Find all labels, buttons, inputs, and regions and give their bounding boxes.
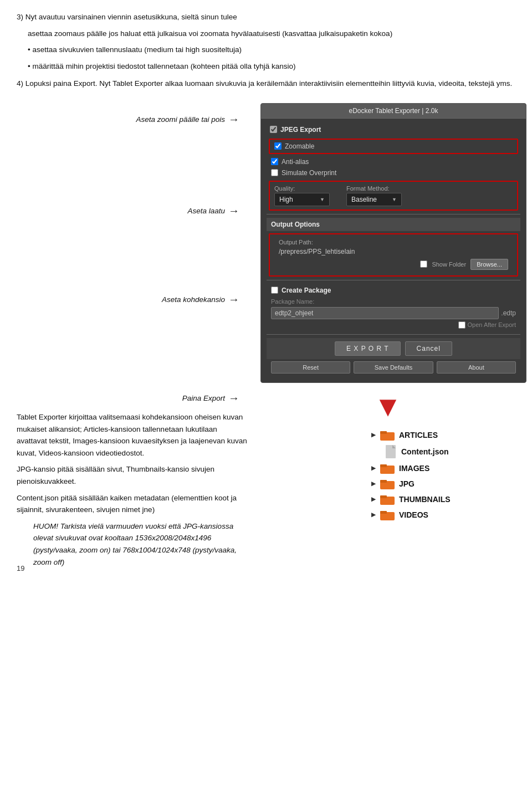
open-after-checkbox[interactable] [458, 321, 466, 329]
intro-text: 3) Nyt avautuu varsinainen viennin asetu… [17, 11, 515, 90]
down-arrow-icon: ▼ [374, 392, 402, 421]
export-button[interactable]: E X P O R T [335, 341, 401, 356]
export-cancel-row: E X P O R T Cancel [267, 338, 520, 359]
format-label: Format Method: [346, 185, 402, 192]
folder-icon-jpg [380, 478, 395, 489]
jpeg-export-header[interactable]: JPEG Export [267, 123, 520, 136]
action-button-row: Reset Save Defaults About [267, 359, 520, 378]
intro-line1: 3) Nyt avautuu varsinainen viennin asetu… [17, 11, 515, 23]
jpeg-export-label: JPEG Export [280, 126, 321, 134]
tree-arrow-thumbnails: ▶ [371, 496, 376, 502]
simulate-row[interactable]: Simulate Overprint [267, 167, 520, 178]
folder-icon-articles [380, 429, 395, 441]
tree-label-jpg: JPG [399, 479, 415, 488]
output-path-value: /prepress/PPS_lehtiselain [274, 247, 513, 258]
divider2 [267, 280, 520, 280]
pkg-ext: .edtp [501, 309, 516, 317]
tree-item-videos: ▶ VIDEOS [371, 507, 515, 523]
simulate-checkbox[interactable] [271, 169, 278, 176]
zoom-annotation-label: Aseta zoomi päälle tai pois [136, 115, 225, 124]
show-folder-label: Show Folder [432, 261, 466, 268]
save-defaults-button[interactable]: Save Defaults [354, 361, 433, 374]
open-after-label: Open After Export [468, 321, 516, 328]
quality-label: Quality: [274, 185, 330, 192]
create-package-header[interactable]: Create Package [267, 284, 520, 297]
pkg-name-label: Package Name: [267, 297, 520, 306]
svg-rect-5 [380, 464, 387, 467]
antialias-checkbox[interactable] [271, 158, 278, 165]
intro-line2: 4) Lopuksi paina Export. Nyt Tablet Expo… [17, 78, 515, 90]
format-dropdown-arrow: ▼ [392, 197, 397, 202]
folder-annotation-label: Aseta kohdekansio [162, 295, 225, 304]
tree-arrow-articles: ▶ [371, 432, 376, 438]
jpeg-export-checkbox[interactable] [270, 126, 277, 133]
quality-value: High [279, 196, 293, 203]
quality-annotation-label: Aseta laatu [187, 207, 225, 215]
svg-rect-9 [380, 495, 387, 498]
tree-label-articles: ARTICLES [399, 431, 438, 439]
zoom-annotation-block: Aseta zoomi päälle tai pois → [17, 103, 249, 136]
folder-annotation-block: Aseta kohdekansio → [17, 286, 249, 314]
about-button[interactable]: About [437, 361, 516, 374]
quality-dropdown-arrow: ▼ [320, 197, 325, 202]
page-container: 3) Nyt avautuu varsinainen viennin asetu… [0, 0, 532, 584]
cancel-button[interactable]: Cancel [405, 341, 452, 356]
bottom-main-text: Tablet Exporter kirjoittaa valitsemaasi … [17, 411, 249, 459]
export-annotation-block: Paina Export → [17, 392, 249, 405]
folder-icon-images [380, 463, 395, 474]
svg-rect-1 [380, 431, 387, 434]
browse-button[interactable]: Browse... [470, 259, 508, 270]
format-group: Format Method: Baseline ▼ [346, 185, 402, 206]
main-two-col: Aseta zoomi päälle tai pois → Aseta laat… [17, 103, 515, 383]
antialias-label: Anti-alias [282, 158, 309, 166]
reset-button[interactable]: Reset [271, 361, 350, 374]
bottom-text-block: Tablet Exporter kirjoittaa valitsemaasi … [17, 411, 249, 568]
format-dropdown[interactable]: Baseline ▼ [346, 193, 402, 206]
divider1 [267, 214, 520, 214]
zoomable-checkbox[interactable] [274, 142, 282, 150]
dialog-body: JPEG Export Zoomable Anti-alias [261, 119, 526, 382]
tree-item-articles: ▶ ARTICLES [371, 427, 515, 443]
tree-item-images: ▶ IMAGES [371, 461, 515, 476]
format-value: Baseline [351, 196, 377, 203]
output-options-header: Output Options [267, 218, 520, 231]
quality-group: Quality: High ▼ [274, 185, 330, 206]
pkg-name-input[interactable] [271, 307, 499, 319]
tree-arrow-images: ▶ [371, 465, 376, 471]
create-package-label: Create Package [282, 287, 331, 294]
dialog-window: eDocker Tablet Exporter | 2.0k JPEG Expo… [260, 103, 526, 383]
export-annotation-label: Paina Export [182, 394, 225, 402]
bottom-content-text: Content.json pitää sisällään kaiken meta… [17, 492, 249, 516]
tree-item-contentjson: ▶ Content.json [371, 443, 515, 461]
create-package-checkbox[interactable] [271, 287, 278, 294]
page-number: 19 [17, 564, 24, 572]
bullet3: • määrittää mihin projektisi tiedostot t… [17, 60, 515, 73]
simulate-label: Simulate Overprint [282, 169, 336, 177]
antialias-row[interactable]: Anti-alias [267, 156, 520, 167]
tree-arrow-jpg: ▶ [371, 480, 376, 487]
spacer1 [17, 136, 249, 197]
bottom-jpg-text: JPG-kansio pitää sisällään sivut, Thumbn… [17, 463, 249, 487]
tree-arrow-videos: ▶ [371, 512, 376, 518]
quality-dropdown[interactable]: High ▼ [274, 193, 330, 206]
svg-rect-11 [380, 511, 387, 514]
bullet2: • asettaa sivukuvien tallennuslaatu (med… [17, 44, 515, 56]
quality-annotation-block: Aseta laatu → [17, 197, 249, 225]
zoom-arrow: → [228, 113, 239, 126]
dialog-titlebar: eDocker Tablet Exporter | 2.0k [261, 104, 526, 119]
svg-rect-7 [380, 480, 387, 483]
pkg-name-row: .edtp [267, 306, 520, 320]
tree-item-jpg: ▶ JPG [371, 476, 515, 492]
zoomable-row[interactable]: Zoomable [269, 139, 518, 154]
folder-icon-videos [380, 509, 395, 520]
bottom-left: Paina Export → Tablet Exporter kirjoitta… [17, 392, 249, 572]
open-after-row: Open After Export [267, 320, 520, 331]
show-folder-checkbox[interactable] [420, 260, 427, 268]
tree-label-contentjson: Content.json [401, 447, 449, 456]
bottom-huom-text: HUOM! Tarkista vielä varmuuden vuoksi et… [17, 520, 249, 568]
zoomable-label: Zoomable [285, 142, 314, 150]
folder-arrow: → [228, 293, 239, 306]
bottom-right: ▼ ▶ ARTICLES ▶ [260, 392, 515, 523]
output-options-label: Output Options [271, 221, 320, 228]
export-arrow: → [228, 392, 239, 405]
